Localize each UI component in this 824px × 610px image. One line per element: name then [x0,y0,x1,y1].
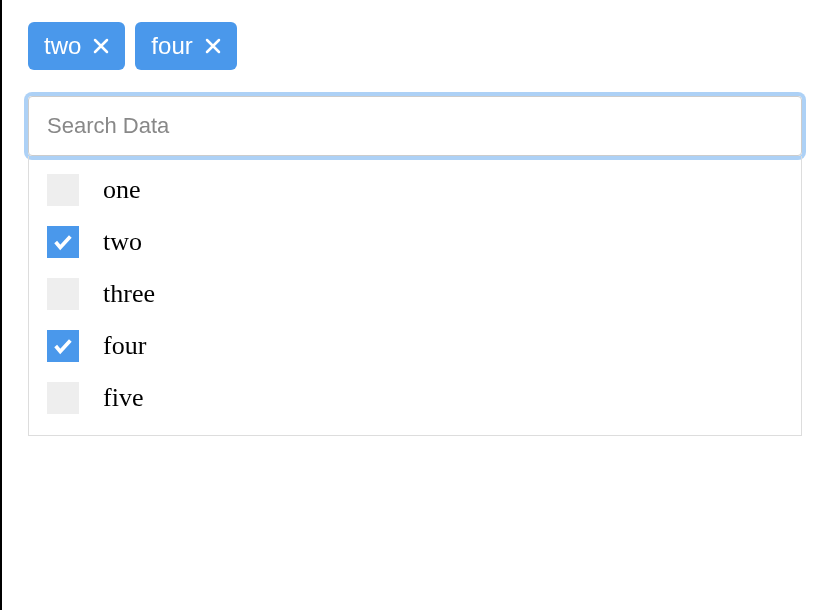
chip-four[interactable]: four [135,22,236,70]
option-four[interactable]: four [29,320,801,372]
chip-two[interactable]: two [28,22,125,70]
option-label: two [103,227,142,257]
chip-label: four [151,32,192,60]
search-container [28,96,802,156]
option-three[interactable]: three [29,268,801,320]
options-dropdown: one two three four five [28,156,802,436]
checkbox-unchecked-icon [47,382,79,414]
checkbox-unchecked-icon [47,174,79,206]
option-label: three [103,279,155,309]
option-label: one [103,175,141,205]
checkbox-checked-icon [47,330,79,362]
chip-label: two [44,32,81,60]
option-label: five [103,383,143,413]
checkbox-checked-icon [47,226,79,258]
option-two[interactable]: two [29,216,801,268]
option-label: four [103,331,146,361]
checkbox-unchecked-icon [47,278,79,310]
option-five[interactable]: five [29,372,801,424]
selected-chips-row: two four [28,22,802,70]
close-icon[interactable] [205,38,221,54]
search-input[interactable] [47,113,783,139]
close-icon[interactable] [93,38,109,54]
option-one[interactable]: one [29,164,801,216]
